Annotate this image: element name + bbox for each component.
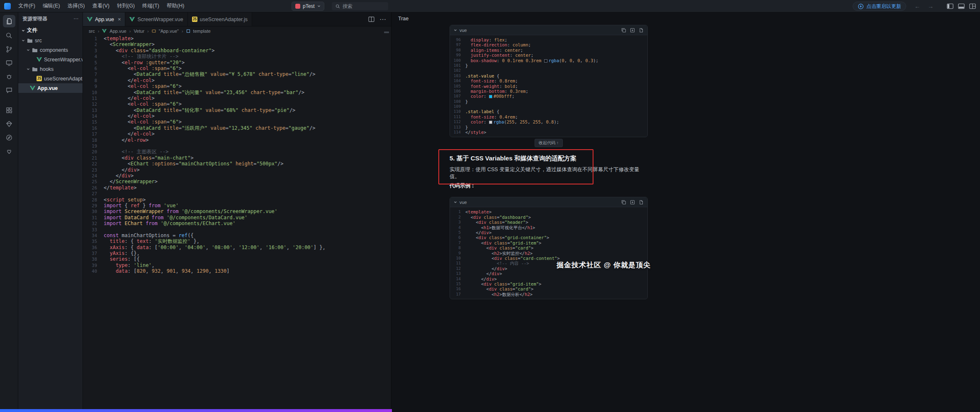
chevron-down-icon[interactable] [454,201,457,204]
insert-code-icon[interactable] [630,200,635,205]
tree-item-label: components [40,47,68,53]
menu-selection[interactable]: 选择(S) [64,1,88,11]
trae-panel-title: Trae [398,16,409,22]
vue-icon [36,57,42,62]
activity-chat[interactable] [3,85,15,96]
breadcrumb-separator: › [147,29,149,34]
js-icon: JS [192,17,197,22]
app-logo-icon[interactable] [4,3,11,10]
tree-item-app-vue[interactable]: App.vue [18,83,83,93]
menu-help[interactable]: 帮助(H) [163,1,187,11]
menu-goto[interactable]: 转到(G) [114,1,138,11]
activity-run-debug[interactable] [3,71,15,82]
activity-heart[interactable] [3,146,15,157]
breadcrumb-symbol[interactable]: "App.vue" [159,29,179,34]
breadcrumb-vetur[interactable]: Vetur [134,29,144,34]
scrollbar-thumb[interactable] [384,32,389,33]
copy-icon[interactable] [621,200,626,205]
customize-layout-icon[interactable] [969,3,976,9]
code-editor[interactable]: 1<template>2 <ScreenWrapper>3 <div class… [83,36,391,412]
vue-icon [87,17,92,22]
editor-tabbar: App.vue × ScreenWrapper.vue JS useScreen… [83,12,391,27]
explorer-sidebar: 资源管理器 ⋯ 文件 src components [18,12,83,412]
forward-button[interactable]: → [927,3,934,10]
titlebar-right: 点击重启以更新 ← → [853,0,976,12]
files-section-header[interactable]: 文件 [18,25,83,36]
editor-group: App.vue × ScreenWrapper.vue JS useScreen… [83,12,392,412]
menu-edit[interactable]: 编辑(E) [39,1,63,11]
chevron-down-icon [22,39,25,42]
tree-item-usescreenadapter-js[interactable]: JS useScreenAdapter.js [18,74,83,83]
tree-item-label: App.vue [37,85,58,91]
activity-search[interactable] [3,30,15,41]
trae-panel: Trae vue 96 display: flex;97 flex-direct… [392,12,980,412]
code-block[interactable]: 96 display: flex;97 flex-direction: colu… [450,35,647,137]
breadcrumb: src › App.vue › Vetur › "App.vue" › temp… [83,27,391,36]
toggle-panel-icon[interactable] [958,3,965,9]
menu-file[interactable]: 文件(F) [15,1,39,11]
js-icon: JS [36,76,42,81]
code-block[interactable]: 1<template>2 <div class="dashboard">3 <d… [450,207,647,299]
editor-tab-actions: ⋯ [368,12,391,26]
layout-controls [947,3,976,9]
breadcrumb-separator: › [129,29,131,34]
code-card-header: vue [450,25,647,35]
symbol-string-icon [152,29,156,33]
trae-chat-content: vue 96 display: flex;97 flex-direction: … [450,25,648,299]
sidebar-more-icon[interactable]: ⋯ [73,16,78,22]
tree-item-hooks[interactable]: hooks [18,64,83,74]
insert-code-icon[interactable] [630,28,635,33]
tree-item-screenwrapper-vue[interactable]: ScreenWrapper.vue [18,55,83,64]
global-search[interactable]: 搜索 [332,2,388,10]
tree-item-src[interactable]: src [18,36,83,45]
menu-terminal[interactable]: 终端(T) [139,1,163,11]
highlighted-section: 5. 基于 CSS Variables 和媒体查询的适配方案 实现原理：使用 C… [450,150,648,193]
file-tree: src components ScreenWrapper.vue hooks [18,36,83,93]
toggle-sidebar-icon[interactable] [947,3,953,9]
activity-extensions[interactable] [3,105,15,116]
chevron-down-icon[interactable] [454,29,457,32]
chevron-down-icon [27,48,30,52]
git-branch-icon [5,46,13,53]
section-heading: 5. 基于 CSS Variables 和媒体查询的适配方案 [450,155,648,162]
activity-bar [0,12,18,412]
code-card-css: vue 96 display: flex;97 flex-direction: … [450,25,648,137]
split-editor-icon[interactable] [368,17,374,22]
app-window: 文件(F) 编辑(E) 选择(S) 查看(V) 转到(G) 终端(T) 帮助(H… [0,0,980,412]
activity-source-control[interactable] [3,44,15,55]
breadcrumb-file[interactable]: App.vue [109,29,126,34]
activity-explorer[interactable] [3,15,15,27]
update-label: 点击重启以更新 [866,3,901,10]
breadcrumb-template[interactable]: template [193,29,211,34]
activity-gem[interactable] [3,119,15,129]
files-section-label: 文件 [27,27,37,34]
project-icon [295,4,300,9]
tree-item-components[interactable]: components [18,45,83,55]
vue-icon [129,17,135,22]
project-selector[interactable]: pTest [292,2,324,11]
tree-item-label: hooks [40,66,53,72]
copy-icon[interactable] [621,28,626,33]
tab-screenwrapper-vue[interactable]: ScreenWrapper.vue [125,12,187,26]
code-language-label: vue [460,28,467,33]
chevron-down-icon [22,29,25,32]
menu-view[interactable]: 查看(V) [89,1,113,11]
close-icon[interactable]: × [118,16,121,22]
restart-update-button[interactable]: 点击重启以更新 [853,2,906,11]
collapse-code-button[interactable]: 收起代码 ↑ [535,139,563,147]
activity-remote-explorer[interactable] [3,58,15,68]
tab-app-vue[interactable]: App.vue × [83,12,125,26]
code-card-actions [621,28,644,33]
vue-icon [102,29,107,33]
activity-compass[interactable] [3,132,15,143]
breadcrumb-src[interactable]: src [89,29,95,34]
code-card-header: vue [450,197,647,207]
tab-usescreenadapter-js[interactable]: JS useScreenAdapter.js [188,12,252,26]
new-file-icon[interactable] [639,200,644,205]
editor-more-icon[interactable]: ⋯ [379,15,386,23]
sidebar-header: 资源管理器 ⋯ [18,12,83,25]
back-button[interactable]: ← [914,3,921,10]
section-body: 实现原理：使用 CSS 变量定义关键尺寸，通过媒体查询在不同屏幕尺寸下修改变量值… [450,166,648,180]
code-card-vue: vue 1<template>2 <div class="dashboard">… [450,197,648,299]
new-file-icon[interactable] [639,28,644,33]
